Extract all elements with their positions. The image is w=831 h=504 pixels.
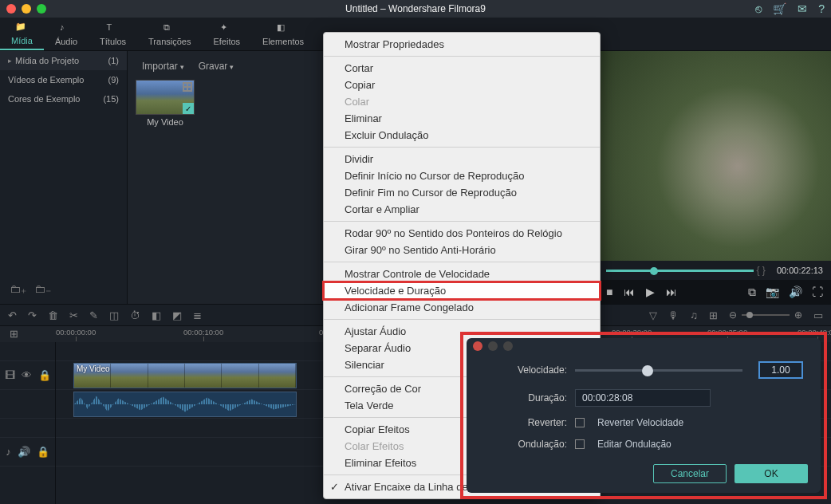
new-folder-icon[interactable]: 🗀₊ xyxy=(10,282,26,295)
mixer-icon[interactable]: ⊞ xyxy=(709,309,718,321)
undo-button[interactable]: ↶ xyxy=(8,309,17,321)
menu-item[interactable]: Cortar e Ampliar xyxy=(324,201,600,218)
menu-item: Colar xyxy=(324,93,600,110)
stop-button[interactable]: ■ xyxy=(606,285,612,298)
menu-item[interactable]: Definir Fim no Cursor de Reprodução xyxy=(324,184,600,201)
dialog-zoom-icon xyxy=(503,341,513,351)
preview-scrubber[interactable] xyxy=(606,270,754,272)
zoom-in-button[interactable]: ⊕ xyxy=(794,309,802,321)
speed-dialog-highlight: Velocidade: 1.00 Duração: 00:00:28:08 Re… xyxy=(460,332,827,499)
sidebar-item-project-media[interactable]: ▸Mídia do Projeto (1) xyxy=(0,51,127,70)
reverse-checkbox-label: Reverter Velocidade xyxy=(597,417,683,428)
help-icon[interactable]: ? xyxy=(818,2,825,15)
color-button[interactable]: ◧ xyxy=(152,309,161,321)
ripple-checkbox-label: Editar Ondulação xyxy=(597,439,671,450)
audio-clip[interactable] xyxy=(73,392,297,417)
track-manager-icon[interactable]: ⊞ xyxy=(10,328,18,340)
lock-icon[interactable]: 🔒 xyxy=(38,369,51,381)
mic-icon[interactable]: 🎙 xyxy=(668,309,679,321)
menu-item[interactable]: Adicionar Frame Congelado xyxy=(324,299,600,316)
zoom-out-button[interactable]: ⊖ xyxy=(729,309,737,321)
edit-button[interactable]: ✎ xyxy=(89,309,98,321)
menu-item[interactable]: Eliminar xyxy=(324,110,600,127)
prev-frame-button[interactable]: ⏮ xyxy=(624,285,635,298)
redo-button[interactable]: ↷ xyxy=(28,309,37,321)
account-icon[interactable]: ⎋ xyxy=(755,2,762,15)
media-sidebar: ▸Mídia do Projeto (1) Vídeos de Exemplo(… xyxy=(0,51,128,304)
cut-button[interactable]: ✂ xyxy=(69,309,78,321)
fullscreen-icon[interactable]: ⛶ xyxy=(812,285,823,299)
mail-icon[interactable]: ✉ xyxy=(798,2,807,15)
sidebar-item-sample-videos[interactable]: Vídeos de Exemplo(9) xyxy=(0,70,127,89)
marker-icon[interactable]: ▽ xyxy=(649,309,657,321)
filmstrip-icon: 🎞 xyxy=(5,369,15,381)
window-zoom-icon[interactable] xyxy=(37,4,46,14)
import-dropdown[interactable]: Importar▾ xyxy=(142,61,184,72)
tab-media[interactable]: 📁Mídia xyxy=(0,18,44,50)
next-frame-button[interactable]: ⏭ xyxy=(666,285,677,298)
mute-icon[interactable]: 🔊 xyxy=(18,446,30,458)
thumb-label: My Video xyxy=(147,117,183,127)
video-clip[interactable]: My Video xyxy=(73,363,297,388)
window-close-icon[interactable] xyxy=(6,4,16,14)
audio-track-head xyxy=(0,390,55,419)
window-title: Untitled – Wondershare Filmora9 xyxy=(345,3,486,14)
speed-value-field[interactable]: 1.00 xyxy=(758,361,803,379)
tab-audio[interactable]: ♪Áudio xyxy=(44,18,89,50)
ruler-mark: 00:00:10:00 xyxy=(183,328,223,341)
crop-button[interactable]: ◫ xyxy=(109,309,119,321)
adjust-button[interactable]: ≣ xyxy=(193,309,202,321)
zoom-slider[interactable] xyxy=(742,314,790,316)
speed-button[interactable]: ⏱ xyxy=(130,309,140,321)
sidebar-item-sample-colors[interactable]: Cores de Exemplo(15) xyxy=(0,89,127,108)
tab-effects[interactable]: ✦Efeitos xyxy=(202,18,251,50)
record-dropdown[interactable]: Gravar▾ xyxy=(199,61,234,72)
video-track-head: 🎞 👁 🔒 xyxy=(0,361,55,390)
snapshot-aspect-icon[interactable]: ⧉ xyxy=(748,285,756,299)
menu-item[interactable]: Excluir Ondulação xyxy=(324,127,600,144)
fit-button[interactable]: ▭ xyxy=(813,309,823,321)
media-thumbnail[interactable]: My Video xyxy=(136,80,195,127)
delete-button[interactable]: 🗑 xyxy=(48,309,58,321)
tab-elements[interactable]: ◧Elementos xyxy=(251,18,315,50)
reverse-label: Reverter: xyxy=(484,417,567,428)
menu-item[interactable]: Cortar xyxy=(324,60,600,77)
music-icon: ♪ xyxy=(6,446,11,458)
duration-field[interactable]: 00:00:28:08 xyxy=(575,389,711,407)
duration-label: Duração: xyxy=(484,392,567,404)
menu-separator xyxy=(324,221,600,222)
menu-item[interactable]: Velocidade e Duração xyxy=(324,282,600,299)
remove-folder-icon[interactable]: 🗀₋ xyxy=(34,282,51,295)
ok-button[interactable]: OK xyxy=(735,464,808,483)
ruler-mark: 00:00:00:00 xyxy=(56,328,96,341)
visibility-icon[interactable]: 👁 xyxy=(22,369,32,381)
speed-dialog: Velocidade: 1.00 Duração: 00:00:28:08 Re… xyxy=(467,338,821,493)
menu-item[interactable]: Definir Início no Cursor de Reprodução xyxy=(324,167,600,184)
menu-item[interactable]: Mostrar Controle de Velocidade xyxy=(324,266,600,282)
lock-icon[interactable]: 🔒 xyxy=(37,446,49,458)
tab-titles[interactable]: TTítulos xyxy=(89,18,137,50)
menu-item[interactable]: Copiar xyxy=(324,77,600,93)
menu-item[interactable]: Girar 90º no Sentido Anti-Horário xyxy=(324,242,600,258)
preview-timecode: 00:00:22:13 xyxy=(777,266,823,275)
cancel-button[interactable]: Cancelar xyxy=(653,464,727,483)
tab-transitions[interactable]: ⧉Transições xyxy=(137,18,202,50)
ripple-checkbox[interactable] xyxy=(575,439,585,449)
green-screen-button[interactable]: ◩ xyxy=(172,309,182,321)
menu-separator xyxy=(324,56,600,57)
dialog-close-icon[interactable] xyxy=(473,341,482,351)
menu-item[interactable]: Dividir xyxy=(324,151,600,167)
dialog-min-icon xyxy=(488,341,498,351)
cart-icon[interactable]: 🛒 xyxy=(773,2,786,15)
music-icon[interactable]: ♫ xyxy=(690,309,698,321)
reverse-checkbox[interactable] xyxy=(575,418,585,427)
speed-slider[interactable] xyxy=(575,369,742,372)
menu-item[interactable]: Mostrar Propriedades xyxy=(324,36,600,53)
speed-label: Velocidade: xyxy=(484,364,567,376)
volume-icon[interactable]: 🔊 xyxy=(789,285,802,299)
play-button[interactable]: ▶ xyxy=(646,285,655,298)
preview-viewport[interactable] xyxy=(598,51,831,261)
window-minimize-icon[interactable] xyxy=(22,4,31,14)
camera-icon[interactable]: 📷 xyxy=(766,285,779,299)
menu-item[interactable]: Rodar 90º no Sentido dos Ponteiros do Re… xyxy=(324,225,600,242)
